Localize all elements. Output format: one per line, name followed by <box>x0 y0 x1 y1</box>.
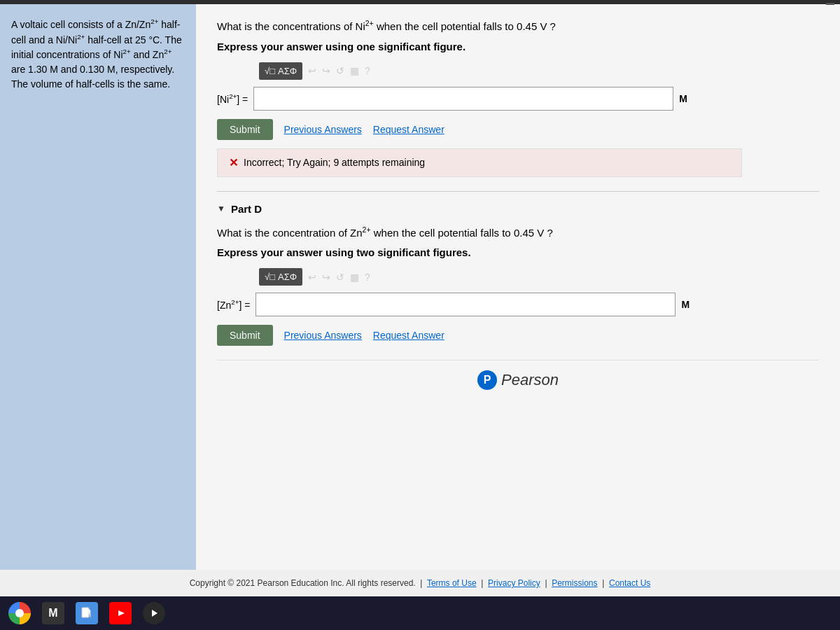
undo-icon[interactable]: ↩ <box>308 65 316 76</box>
part-d-input-row: [Zn2+] = M <box>217 293 819 316</box>
redo-icon[interactable]: ↪ <box>322 65 330 76</box>
copyright-text: Copyright © 2021 Pearson Education Inc. … <box>14 578 826 588</box>
part-d-input-label: [Zn2+] = <box>217 298 250 311</box>
collapse-arrow-icon[interactable]: ▼ <box>217 204 225 214</box>
part-c-submit-row: Submit Previous Answers Request Answer <box>217 119 819 140</box>
part-d-refresh-icon[interactable]: ↺ <box>336 272 344 283</box>
part-c-toolbar: √□ ΑΣΦ ↩ ↪ ↺ ▦ ? <box>259 62 819 80</box>
part-c-input-label: [Ni2+] = <box>217 92 248 105</box>
pearson-logo: P Pearson <box>217 370 819 390</box>
copyright-notice: Copyright © 2021 Pearson Education Inc. … <box>190 578 416 588</box>
contact-us-link[interactable]: Contact Us <box>609 578 650 588</box>
part-d-redo-icon[interactable]: ↪ <box>322 272 330 283</box>
svg-marker-1 <box>118 610 125 616</box>
pearson-brand-name: Pearson <box>501 371 559 389</box>
sqrt-icon-d: √□ <box>265 272 275 282</box>
part-c-section: What is the concentrations of Ni2+ when … <box>217 18 819 177</box>
help-icon[interactable]: ? <box>365 65 370 76</box>
part-c-question: What is the concentrations of Ni2+ when … <box>217 18 819 35</box>
part-d-question: What is the concentration of Zn2+ when t… <box>217 225 819 241</box>
math-symbol: ΑΣΦ <box>278 66 297 76</box>
svg-marker-2 <box>152 610 158 617</box>
part-c-request-answer-link[interactable]: Request Answer <box>373 124 444 135</box>
part-d-answer-input[interactable] <box>255 293 676 316</box>
taskbar: M <box>0 596 840 630</box>
incorrect-message: Incorrect; Try Again; 9 attempts remaini… <box>244 157 425 168</box>
part-d-label: Part D <box>231 203 262 215</box>
part-c-prev-answers-link[interactable]: Previous Answers <box>284 124 362 135</box>
svg-rect-0 <box>82 608 89 617</box>
part-d-section: ▼ Part D What is the concentration of Zn… <box>217 203 819 346</box>
part-d-undo-icon[interactable]: ↩ <box>308 272 316 283</box>
permissions-link[interactable]: Permissions <box>552 578 597 588</box>
sqrt-icon: √□ <box>265 66 275 76</box>
m-taskbar-icon[interactable]: M <box>42 602 64 624</box>
part-d-label-row: ▼ Part D <box>217 203 819 215</box>
part-d-submit-button[interactable]: Submit <box>217 325 273 346</box>
terms-of-use-link[interactable]: Terms of Use <box>427 578 477 588</box>
part-c-input-row: [Ni2+] = M <box>217 87 819 111</box>
section-divider <box>217 191 819 192</box>
problem-description: A voltaic cell consists of a Zn/Zn2+ hal… <box>11 17 185 92</box>
part-d-help-icon[interactable]: ? <box>365 272 370 283</box>
youtube-taskbar-icon[interactable] <box>109 602 132 624</box>
part-d-sigfig: Express your answer using two significan… <box>217 246 819 258</box>
part-c-submit-button[interactable]: Submit <box>217 119 273 140</box>
part-c-unit: M <box>679 93 693 104</box>
part-d-submit-row: Submit Previous Answers Request Answer <box>217 325 819 346</box>
keyboard-icon[interactable]: ▦ <box>350 65 359 76</box>
part-d-keyboard-icon[interactable]: ▦ <box>350 272 359 283</box>
file-taskbar-icon[interactable] <box>76 602 98 624</box>
part-d-prev-answers-link[interactable]: Previous Answers <box>284 330 362 341</box>
pearson-section: P Pearson <box>217 360 819 390</box>
footer: Copyright © 2021 Pearson Education Inc. … <box>0 570 840 596</box>
chrome-taskbar-icon[interactable] <box>8 602 31 624</box>
part-d-toolbar: √□ ΑΣΦ ↩ ↪ ↺ ▦ ? <box>259 268 819 286</box>
privacy-policy-link[interactable]: Privacy Policy <box>488 578 540 588</box>
part-c-incorrect-box: ✕ Incorrect; Try Again; 9 attempts remai… <box>217 148 742 177</box>
part-d-unit: M <box>681 299 695 310</box>
incorrect-x-icon: ✕ <box>229 156 238 169</box>
play-taskbar-icon[interactable] <box>143 602 165 624</box>
refresh-icon[interactable]: ↺ <box>336 65 344 76</box>
math-symbol-d: ΑΣΦ <box>278 272 297 282</box>
part-d-math-editor-button[interactable]: √□ ΑΣΦ <box>259 268 302 286</box>
math-editor-button[interactable]: √□ ΑΣΦ <box>259 62 302 80</box>
right-panel: What is the concentrations of Ni2+ when … <box>196 4 840 570</box>
left-panel: A voltaic cell consists of a Zn/Zn2+ hal… <box>0 4 196 570</box>
part-d-request-answer-link[interactable]: Request Answer <box>373 330 444 341</box>
pearson-p-icon: P <box>477 370 497 390</box>
part-c-sigfig: Express your answer using one significan… <box>217 41 819 52</box>
part-c-answer-input[interactable] <box>253 87 673 111</box>
